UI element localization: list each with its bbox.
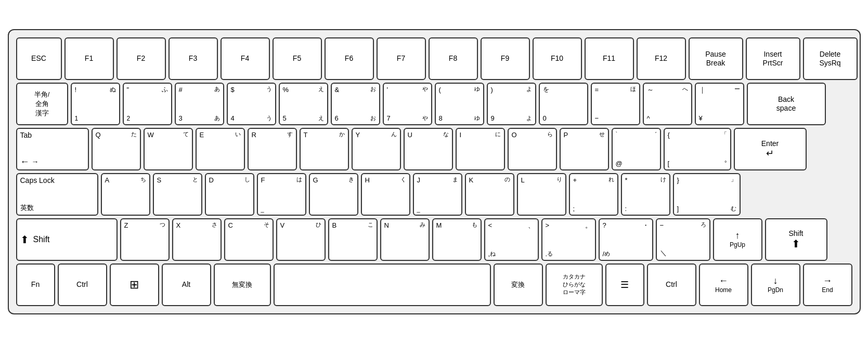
key-1[interactable]: !ぬ 1	[71, 83, 120, 125]
key-0[interactable]: を 0	[539, 83, 588, 125]
key-space[interactable]	[274, 263, 491, 306]
key-y[interactable]: Yん	[352, 128, 401, 170]
key-z[interactable]: Zつ	[120, 218, 170, 261]
row-number: 半角/ 全角 漢字 !ぬ 1 "ふ 2 #あ 3あ	[16, 83, 852, 125]
key-f4[interactable]: F4	[221, 37, 270, 80]
key-right-shift[interactable]: Shift ⬆	[765, 218, 827, 261]
key-r[interactable]: Rす	[248, 128, 297, 170]
key-9[interactable]: )よ 9よ	[487, 83, 536, 125]
key-f1[interactable]: F1	[64, 37, 114, 80]
key-minus[interactable]: =ほ −	[591, 83, 640, 125]
key-u[interactable]: Uな	[404, 128, 453, 170]
key-7[interactable]: 'や 7や	[383, 83, 432, 125]
key-delete-sysrq[interactable]: Delete SysRq	[803, 37, 858, 80]
key-f11[interactable]: F11	[585, 37, 634, 80]
row-qwerty: Tab ←→ Qた Wて Eい Rす Tか Yん Uな Iに Oら	[16, 128, 852, 170]
key-comma[interactable]: <、 ,ね	[484, 218, 539, 261]
key-m[interactable]: Mも	[432, 218, 482, 261]
menu-icon: ☰	[620, 279, 629, 291]
key-windows[interactable]: ⊞	[110, 263, 159, 306]
key-backspace[interactable]: Back space	[747, 83, 826, 125]
key-home[interactable]: ← Home	[699, 263, 748, 306]
key-f10[interactable]: F10	[533, 37, 582, 80]
key-j[interactable]: Jま _	[413, 173, 462, 216]
key-s[interactable]: Sと	[153, 173, 202, 216]
key-f3[interactable]: F3	[169, 37, 218, 80]
key-6[interactable]: &お 6お	[331, 83, 380, 125]
key-semicolon[interactable]: +れ ;	[569, 173, 618, 216]
key-tab[interactable]: Tab ←→	[16, 128, 89, 170]
key-f7[interactable]: F7	[377, 37, 426, 80]
key-o[interactable]: Oら	[508, 128, 557, 170]
key-f12[interactable]: F12	[637, 37, 686, 80]
key-enter[interactable]: Enter ↵	[734, 128, 807, 170]
key-hankaku[interactable]: 半角/ 全角 漢字	[16, 83, 68, 125]
key-n[interactable]: Nみ	[380, 218, 430, 261]
key-3[interactable]: #あ 3あ	[175, 83, 224, 125]
key-backslash[interactable]: −ろ ＼	[656, 218, 710, 261]
key-h[interactable]: Hく	[361, 173, 410, 216]
key-i[interactable]: Iに	[456, 128, 505, 170]
windows-icon: ⊞	[129, 278, 139, 292]
key-f[interactable]: Fは _	[257, 173, 306, 216]
key-left-shift[interactable]: ⬆ Shift	[16, 218, 118, 261]
key-f8[interactable]: F8	[429, 37, 478, 80]
key-x[interactable]: Xさ	[172, 218, 222, 261]
row-asdf: Caps Lock 英数 Aち Sと Dし Fは _ Gき Hく Jま _ Kの	[16, 173, 852, 216]
key-caret[interactable]: ～へ ^	[643, 83, 692, 125]
key-g[interactable]: Gき	[309, 173, 358, 216]
key-right-ctrl[interactable]: Ctrl	[647, 263, 696, 306]
key-2[interactable]: "ふ 2	[123, 83, 172, 125]
key-k[interactable]: Kの	[465, 173, 514, 216]
key-pgup[interactable]: ↑ PgUp	[713, 218, 762, 261]
key-open-bracket[interactable]: {「 [°	[664, 128, 731, 170]
key-muhenkan[interactable]: 無変換	[214, 263, 271, 306]
key-pause-break[interactable]: Pause Break	[689, 37, 743, 80]
key-a[interactable]: Aち	[101, 173, 150, 216]
row-bottom: Fn Ctrl ⊞ Alt 無変換 変換 カタカナ ひらがな ローマ字	[16, 263, 852, 306]
key-p[interactable]: Pせ	[560, 128, 609, 170]
key-b[interactable]: Bこ	[328, 218, 378, 261]
key-left-ctrl[interactable]: Ctrl	[58, 263, 107, 306]
key-8[interactable]: (ゆ 8ゆ	[435, 83, 484, 125]
key-left-alt[interactable]: Alt	[162, 263, 211, 306]
key-f2[interactable]: F2	[116, 37, 166, 80]
key-yen[interactable]: ｜ー ¥	[695, 83, 744, 125]
row-shift: ⬆ Shift Zつ Xさ Cそ Vひ Bこ Nみ Mも <、 ,ね	[16, 218, 852, 261]
key-e[interactable]: Eい	[196, 128, 245, 170]
key-v[interactable]: Vひ	[276, 218, 326, 261]
key-pgdn[interactable]: ↓ PgDn	[751, 263, 800, 306]
key-f6[interactable]: F6	[325, 37, 374, 80]
key-4[interactable]: $う 4う	[227, 83, 276, 125]
key-w[interactable]: Wて	[144, 128, 193, 170]
key-henkan[interactable]: 変換	[494, 263, 543, 306]
key-colon[interactable]: *け :	[621, 173, 670, 216]
key-period[interactable]: >。 .る	[541, 218, 596, 261]
key-katakana[interactable]: カタカナ ひらがな ローマ字	[546, 263, 603, 306]
key-at[interactable]: `゛ @	[612, 128, 661, 170]
key-insert-prtscr[interactable]: Insert PrtScr	[746, 37, 800, 80]
key-esc[interactable]: ESC	[16, 37, 62, 80]
key-fn[interactable]: Fn	[16, 263, 55, 306]
key-l[interactable]: Lり	[517, 173, 566, 216]
key-t[interactable]: Tか	[300, 128, 349, 170]
key-end[interactable]: → End	[803, 263, 852, 306]
key-caps-lock[interactable]: Caps Lock 英数	[16, 173, 98, 216]
key-f9[interactable]: F9	[481, 37, 530, 80]
keyboard: ESC F1 F2 F3 F4 F5 F6 F7 F8 F9 F10	[8, 29, 861, 314]
key-5[interactable]: %え 5え	[279, 83, 328, 125]
key-q[interactable]: Qた	[92, 128, 141, 170]
key-slash[interactable]: ?・ /め	[599, 218, 653, 261]
row-function: ESC F1 F2 F3 F4 F5 F6 F7 F8 F9 F10	[16, 37, 852, 80]
key-menu[interactable]: ☰	[605, 263, 644, 306]
key-f5[interactable]: F5	[273, 37, 322, 80]
key-d[interactable]: Dし	[205, 173, 254, 216]
key-c[interactable]: Cそ	[224, 218, 274, 261]
key-close-bracket[interactable]: }」 ]む	[673, 173, 741, 216]
